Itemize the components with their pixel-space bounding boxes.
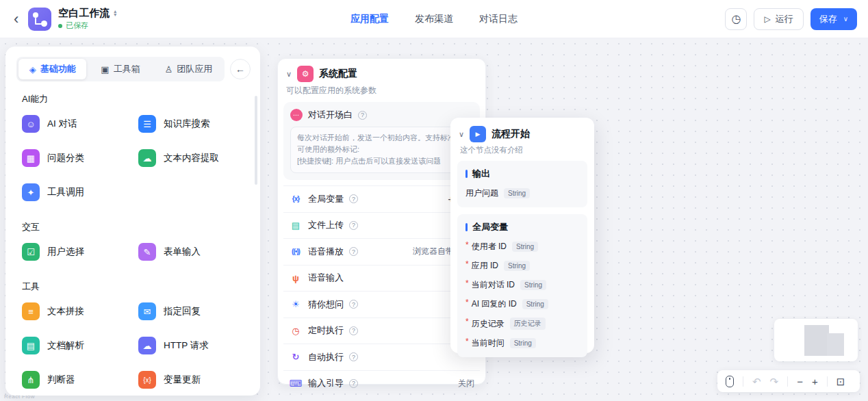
- variable-row: *AI 回复的 IDString: [465, 298, 579, 310]
- node-template-label: 表单输入: [164, 246, 201, 258]
- help-icon[interactable]: [349, 326, 358, 335]
- collapse-sidebar-button[interactable]: ←: [230, 59, 251, 79]
- opening-statement-input[interactable]: 每次对话开始前，发送一个初始内容。支持标准 Markdown 语可使用的额外标记…: [290, 127, 473, 173]
- sidebar-tab-label: 工具箱: [114, 63, 140, 75]
- section-title: 全局变量: [472, 221, 508, 233]
- history-button[interactable]: ◷: [725, 8, 747, 30]
- app-title-block: 空白工作流 ▴▾ 已保存: [58, 7, 116, 31]
- cube-icon: ◈: [29, 64, 36, 75]
- run-button[interactable]: ▷ 运行: [754, 8, 803, 30]
- node-template-判断器[interactable]: ⋔判断器: [16, 363, 133, 396]
- section-grid: ☺AI 对话☰知识库搜索▦问题分类☁文本内容提取✦工具调用: [5, 107, 260, 209]
- zoom-out-icon[interactable]: −: [797, 376, 803, 387]
- node-template-工具调用[interactable]: ✦工具调用: [16, 175, 133, 209]
- variable-row: 用户问题String: [465, 187, 579, 199]
- undo-icon[interactable]: ↶: [752, 376, 761, 387]
- help-icon[interactable]: [349, 247, 358, 256]
- fit-view-icon[interactable]: ⊡: [837, 376, 845, 387]
- help-icon[interactable]: [349, 300, 358, 309]
- node-template-问题分类[interactable]: ▦问题分类: [16, 141, 133, 175]
- zoom-in-icon[interactable]: +: [812, 376, 818, 387]
- node-template-label: 变量更新: [164, 374, 201, 386]
- config-row-label: 全局变量: [308, 193, 344, 205]
- sidebar-tab-基础功能[interactable]: ◈基础功能: [18, 59, 86, 79]
- app-title: 空白工作流: [58, 7, 110, 20]
- section-title: 输出: [472, 168, 490, 180]
- placeholder-line: [快捷按键]: 用户点击后可以直接发送该问题: [297, 155, 466, 167]
- canvas-controls: ↶ ↷ − + ⊡: [717, 370, 860, 392]
- placeholder-line: 每次对话开始前，发送一个初始内容。支持标准 Markdown 语: [297, 132, 466, 144]
- variable-name: AI 回复的 ID: [472, 298, 517, 310]
- required-asterisk: *: [465, 259, 469, 269]
- help-icon[interactable]: [349, 379, 358, 388]
- minimap[interactable]: [774, 319, 858, 361]
- node-title: 流程开始: [492, 128, 530, 140]
- help-icon[interactable]: [349, 221, 358, 230]
- pointer-mode-icon[interactable]: [726, 376, 734, 387]
- section-grid: ≡文本拼接✉指定回复▤文档解析☁HTTP 请求⋔判断器{x}变量更新: [5, 294, 260, 396]
- toolbox-icon: ▣: [101, 64, 109, 75]
- divider: [743, 376, 743, 387]
- sidebar-scrollbar[interactable]: [255, 96, 257, 185]
- variable-type-badge: String: [510, 338, 536, 348]
- node-template-label: 问题分类: [47, 152, 84, 164]
- config-row-label: 猜你想问: [308, 298, 344, 311]
- node-template-表单输入[interactable]: ✎表单输入: [133, 235, 249, 269]
- node-template-label: 文本拼接: [47, 305, 84, 318]
- tool-call-icon: ✦: [22, 183, 40, 201]
- sidebar-tab-工具箱[interactable]: ▣工具箱: [86, 59, 154, 79]
- node-template-label: 文本内容提取: [164, 152, 219, 164]
- node-template-用户选择[interactable]: ☑用户选择: [16, 235, 133, 269]
- variable-row: *使用者 IDString: [465, 241, 579, 253]
- node-template-label: 用户选择: [47, 246, 84, 258]
- variable-row: *当前对话 IDString: [465, 279, 579, 291]
- collapse-node-icon[interactable]: ∨: [459, 130, 464, 139]
- node-template-知识库搜索[interactable]: ☰知识库搜索: [133, 107, 249, 141]
- variable-name: 用户问题: [465, 187, 498, 199]
- config-row-label: 自动执行: [308, 351, 344, 363]
- section-header: 输出: [465, 168, 579, 180]
- tab-对话日志[interactable]: 对话日志: [478, 9, 519, 29]
- node-template-文本拼接[interactable]: ≡文本拼接: [16, 294, 133, 328]
- node-template-HTTP 请求[interactable]: ☁HTTP 请求: [133, 328, 249, 363]
- tab-应用配置[interactable]: 应用配置: [349, 9, 390, 29]
- workflow-app-icon: [28, 8, 51, 31]
- team-icon: ♙: [164, 64, 173, 75]
- help-icon[interactable]: [349, 352, 358, 361]
- app-screen: ‹ 空白工作流 ▴▾ 已保存 应用配置发布渠道对话日志 ◷ ▷ 运行: [0, 0, 868, 401]
- judge-icon: ⋔: [22, 371, 40, 389]
- help-icon[interactable]: [349, 194, 358, 203]
- section-title: AI能力: [22, 93, 244, 105]
- config-row-label: 定时执行: [308, 324, 344, 337]
- save-label: 保存: [819, 13, 837, 25]
- redo-icon[interactable]: ↷: [770, 376, 779, 387]
- var-update-icon: {x}: [138, 371, 156, 389]
- sidebar-tab-label: 基础功能: [40, 63, 76, 75]
- clock-icon: ◷: [731, 12, 741, 25]
- tab-发布渠道[interactable]: 发布渠道: [413, 9, 455, 29]
- node-sidebar: ◈基础功能▣工具箱♙团队应用 ← AI能力☺AI 对话☰知识库搜索▦问题分类☁文…: [5, 47, 260, 396]
- node-title: 系统配置: [319, 68, 357, 80]
- title-switch-icon[interactable]: ▴▾: [114, 10, 116, 16]
- help-icon[interactable]: [358, 111, 367, 120]
- sidebar-tab-团队应用[interactable]: ♙团队应用: [155, 59, 222, 79]
- flow-start-node[interactable]: ∨ ▶ 流程开始 这个节点没有介绍 输出用户问题String全局变量*使用者 I…: [450, 118, 594, 353]
- save-button[interactable]: 保存 ∨: [810, 8, 857, 30]
- node-template-文档解析[interactable]: ▤文档解析: [16, 328, 133, 363]
- text-concat-icon: ≡: [22, 302, 40, 320]
- collapse-node-icon[interactable]: ∨: [286, 70, 292, 79]
- back-button[interactable]: ‹: [11, 12, 21, 27]
- config-row-label: 输入引导: [308, 377, 344, 389]
- required-asterisk: *: [465, 298, 469, 307]
- node-template-label: 知识库搜索: [164, 118, 210, 130]
- sidebar-tab-label: 团队应用: [177, 63, 212, 75]
- run-label: 运行: [776, 13, 793, 25]
- node-template-变量更新[interactable]: {x}变量更新: [133, 363, 249, 396]
- node-template-指定回复[interactable]: ✉指定回复: [133, 294, 249, 328]
- node-template-文本内容提取[interactable]: ☁文本内容提取: [133, 141, 249, 175]
- variable-type-badge: String: [520, 280, 546, 290]
- config-row-输入引导[interactable]: ⌨输入引导关闭: [283, 370, 480, 397]
- flow-canvas[interactable]: ◈基础功能▣工具箱♙团队应用 ← AI能力☺AI 对话☰知识库搜索▦问题分类☁文…: [0, 38, 868, 401]
- node-template-AI 对话[interactable]: ☺AI 对话: [16, 107, 133, 141]
- classify-icon: ▦: [22, 149, 40, 167]
